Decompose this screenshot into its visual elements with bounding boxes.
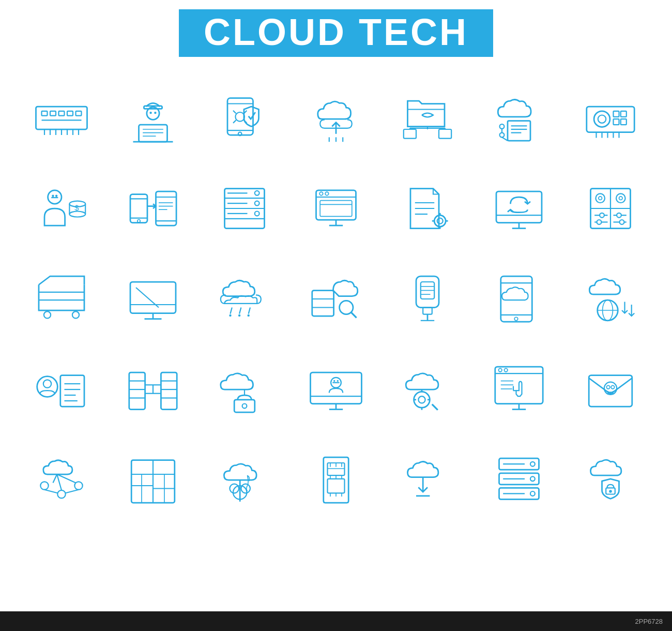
icon-server-rack	[198, 163, 290, 253]
svg-point-104	[437, 218, 443, 223]
icon-tablet-security	[198, 72, 290, 163]
svg-line-223	[57, 474, 75, 483]
svg-rect-3	[58, 111, 64, 115]
svg-rect-37	[404, 129, 416, 139]
icon-cloud-download2	[382, 434, 474, 525]
svg-point-123	[617, 213, 622, 217]
svg-line-225	[65, 489, 78, 493]
icon-cloud-tree	[198, 434, 290, 525]
svg-point-65	[52, 194, 54, 197]
icon-hacker-laptop	[107, 72, 198, 163]
icon-cloud-document	[474, 72, 565, 163]
svg-point-88	[255, 211, 259, 216]
svg-point-218	[40, 482, 48, 489]
svg-line-147	[352, 312, 357, 318]
svg-rect-148	[416, 276, 439, 308]
icon-folder-network	[382, 72, 474, 163]
svg-point-203	[505, 368, 508, 372]
icon-web-browser	[290, 163, 381, 253]
icon-email-skull	[565, 344, 656, 434]
svg-point-47	[500, 132, 505, 137]
svg-point-189	[333, 380, 335, 381]
svg-point-86	[255, 190, 259, 195]
icon-blueprint	[107, 434, 198, 525]
svg-point-118	[616, 193, 625, 203]
icon-data-center	[107, 344, 198, 434]
svg-line-28	[233, 110, 236, 113]
svg-rect-166	[60, 375, 84, 407]
svg-point-125	[597, 220, 602, 224]
svg-point-194	[419, 396, 425, 403]
svg-rect-153	[423, 307, 432, 314]
header: CLOUD TECH	[0, 0, 672, 62]
svg-point-27	[235, 112, 245, 122]
svg-point-257	[530, 476, 535, 481]
icon-cloud-upload	[290, 72, 381, 163]
icon-ram-memory	[16, 72, 107, 163]
svg-point-183	[242, 403, 247, 408]
page-title: CLOUD TECH	[179, 9, 493, 57]
svg-line-199	[432, 404, 438, 410]
svg-point-220	[74, 482, 82, 489]
svg-line-222	[57, 474, 62, 490]
svg-point-117	[599, 196, 602, 200]
svg-rect-211	[589, 375, 633, 407]
svg-rect-2	[50, 111, 56, 115]
icon-grid: $	[0, 62, 672, 525]
icon-shopping-server	[16, 253, 107, 344]
icon-server-stack	[474, 434, 565, 525]
svg-point-95	[325, 192, 329, 196]
svg-point-131	[72, 311, 79, 318]
icon-cloud-shield	[565, 434, 656, 525]
svg-rect-0	[36, 107, 87, 129]
icon-cloud-wrench	[382, 344, 474, 434]
icon-monitor-display	[107, 253, 198, 344]
svg-point-219	[57, 490, 65, 498]
svg-point-193	[414, 392, 430, 408]
svg-point-140	[229, 314, 231, 316]
svg-point-53	[598, 115, 606, 123]
svg-rect-56	[614, 119, 619, 125]
svg-line-224	[44, 489, 57, 493]
svg-rect-43	[508, 121, 530, 141]
svg-point-16	[149, 111, 151, 113]
icon-device-sync	[107, 163, 198, 253]
svg-rect-55	[621, 111, 627, 116]
svg-rect-4	[67, 111, 73, 115]
icon-contact-card	[16, 344, 107, 434]
icon-hacker-database: $	[16, 163, 107, 253]
svg-point-142	[247, 314, 249, 316]
svg-point-103	[434, 215, 446, 227]
icon-hacker-screen	[290, 344, 381, 434]
svg-point-165	[43, 380, 51, 387]
svg-rect-171	[129, 372, 145, 410]
svg-point-94	[319, 192, 323, 196]
icon-cloud-lock	[198, 344, 290, 434]
svg-rect-5	[75, 111, 81, 115]
svg-rect-18	[139, 125, 167, 142]
svg-point-26	[238, 132, 242, 136]
icon-usb-device	[382, 253, 474, 344]
icon-cloud-rain	[198, 253, 290, 344]
svg-point-190	[337, 380, 339, 381]
svg-line-137	[230, 307, 232, 313]
svg-rect-182	[234, 399, 255, 412]
svg-rect-244	[327, 478, 344, 493]
svg-point-116	[596, 193, 605, 203]
svg-point-17	[154, 111, 156, 113]
icon-cloud-search	[290, 253, 381, 344]
icon-cloud-network	[16, 434, 107, 525]
svg-rect-57	[621, 119, 627, 125]
svg-point-66	[55, 194, 57, 197]
svg-line-50	[502, 137, 508, 141]
svg-point-146	[340, 301, 353, 314]
svg-point-130	[43, 311, 50, 318]
svg-line-221	[53, 474, 57, 483]
svg-point-263	[609, 490, 613, 493]
svg-rect-143	[312, 290, 334, 316]
bottom-bar: 2PP6728	[0, 611, 672, 631]
svg-point-87	[255, 201, 259, 205]
svg-point-258	[530, 491, 535, 496]
svg-text:$: $	[74, 203, 79, 212]
icon-door-circuit	[290, 434, 381, 525]
